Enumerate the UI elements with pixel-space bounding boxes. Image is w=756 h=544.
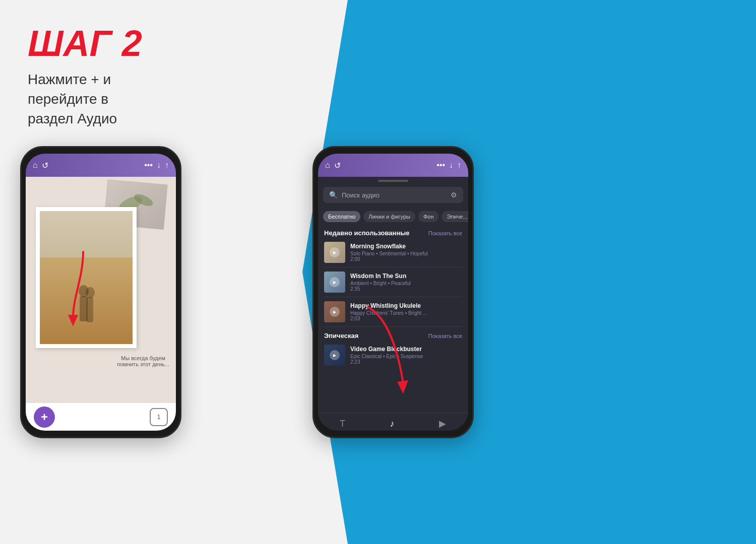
share-icon[interactable]: ↑	[165, 161, 169, 170]
text-nav-label: Текст	[336, 430, 349, 431]
track-morning-snowflake[interactable]: ▶ Morning Snowflake Solo Piano • Sentime…	[318, 239, 468, 266]
step-description: Нажмите + и перейдите в раздел Аудио	[28, 70, 142, 129]
track3-thumbnail: ▶	[324, 301, 345, 322]
play-btn1[interactable]: ▶	[330, 247, 340, 257]
play-btn3[interactable]: ▶	[330, 307, 340, 317]
more2-icon[interactable]: •••	[436, 161, 445, 170]
more-icon[interactable]: •••	[144, 161, 153, 170]
track1-name: Morning Snowflake	[350, 243, 462, 250]
track1-thumbnail: ▶	[324, 242, 345, 263]
undo-icon[interactable]: ↺	[42, 161, 48, 170]
audio-bottom-nav: T Текст ♪ Аудио ▶ Видео	[318, 413, 468, 431]
video-nav-label: Видео	[435, 430, 450, 431]
phone-left-screen: ⌂ ↺ ••• ↓ ↑	[26, 154, 176, 431]
scroll-indicator	[378, 180, 408, 182]
track1-duration: 2:00	[350, 256, 462, 262]
tab-epic[interactable]: Эпиче...	[442, 211, 468, 222]
track2-name: Wisdom In The Sun	[350, 273, 462, 280]
home-icon[interactable]: ⌂	[33, 161, 38, 170]
track2-thumbnail: ▶	[324, 271, 345, 293]
phone-left: ⌂ ↺ ••• ↓ ↑	[20, 146, 181, 438]
track1-meta: Solo Piano • Sentimental • Hopeful	[350, 251, 462, 256]
right-arrow-svg	[358, 302, 418, 403]
page-button[interactable]: 1	[150, 408, 168, 426]
nav-video[interactable]: ▶ Видео	[435, 418, 450, 431]
add-button[interactable]: +	[34, 406, 55, 428]
down-arrow-svg	[58, 247, 98, 327]
play-btn4[interactable]: ▶	[330, 350, 340, 360]
play-btn2[interactable]: ▶	[330, 277, 340, 287]
background-right	[454, 0, 756, 544]
track-wisdom-in-sun[interactable]: ▶ Wisdom In The Sun Ambient • Bright • P…	[318, 268, 468, 296]
video-nav-icon: ▶	[439, 418, 446, 429]
arrow-down-annotation	[58, 247, 98, 329]
epic-section-title: Эпическая	[324, 332, 358, 339]
recently-used-title: Недавно использованные	[324, 229, 410, 237]
audio-nav-label: Аудио	[385, 430, 399, 431]
track2-duration: 2:35	[350, 286, 462, 292]
step-heading: ШАГ 2 Нажмите + и перейдите в раздел Ауд…	[28, 25, 142, 129]
home2-icon[interactable]: ⌂	[325, 161, 330, 170]
track-divider1	[324, 267, 462, 267]
epic-show-all[interactable]: Показать все	[428, 333, 462, 339]
nav-audio[interactable]: ♪ Аудио	[385, 419, 399, 431]
svg-marker-7	[68, 315, 78, 326]
nav-text[interactable]: T Текст	[336, 419, 349, 431]
collage-caption: Мы всегда будем помнить этот день...	[115, 355, 171, 367]
audio-nav-icon: ♪	[390, 419, 394, 429]
topbar2-right-icons: ••• ↓ ↑	[436, 161, 461, 170]
phone-left-toolbar: + 1	[26, 402, 176, 431]
download2-icon[interactable]: ↓	[449, 161, 453, 170]
audio-category-tabs: Бесплатно Линии и фигуры Фон Эпиче...	[318, 208, 468, 225]
recently-used-header: Недавно использованные Показать все	[318, 225, 468, 239]
download-icon[interactable]: ↓	[157, 161, 161, 170]
collage-container: Мы всегда будем помнить этот день...	[26, 177, 176, 402]
track2-meta: Ambient • Bright • Peaceful	[350, 281, 462, 286]
search-placeholder-text: Поиск аудио	[342, 191, 447, 199]
topbar2-left-icons: ⌂ ↺	[325, 161, 341, 170]
track1-info: Morning Snowflake Solo Piano • Sentiment…	[350, 243, 462, 262]
arrow-right-annotation	[358, 302, 418, 405]
svg-marker-8	[397, 380, 408, 394]
filter-icon[interactable]: ⚙	[451, 191, 457, 199]
tab-lines[interactable]: Линии и фигуры	[363, 211, 415, 222]
phone-right-topbar: ⌂ ↺ ••• ↓ ↑	[318, 154, 468, 177]
recently-show-all[interactable]: Показать все	[428, 230, 462, 236]
tab-background[interactable]: Фон	[418, 211, 439, 222]
share2-icon[interactable]: ↑	[457, 161, 461, 170]
audio-search-bar[interactable]: 🔍 Поиск аудио ⚙	[323, 187, 463, 203]
track-divider2	[324, 297, 462, 297]
phone-left-topbar: ⌂ ↺ ••• ↓ ↑	[26, 154, 176, 177]
text-nav-icon: T	[340, 419, 345, 429]
topbar-right-icons: ••• ↓ ↑	[144, 161, 169, 170]
tab-free[interactable]: Бесплатно	[323, 211, 360, 222]
search-icon: 🔍	[329, 191, 338, 199]
phone-left-content: Мы всегда будем помнить этот день...	[26, 177, 176, 402]
undo2-icon[interactable]: ↺	[334, 161, 341, 170]
step-title: ШАГ 2	[28, 25, 142, 61]
topbar-left-icons: ⌂ ↺	[33, 161, 48, 170]
track4-thumbnail: ▶	[324, 345, 345, 366]
track2-info: Wisdom In The Sun Ambient • Bright • Pea…	[350, 273, 462, 292]
